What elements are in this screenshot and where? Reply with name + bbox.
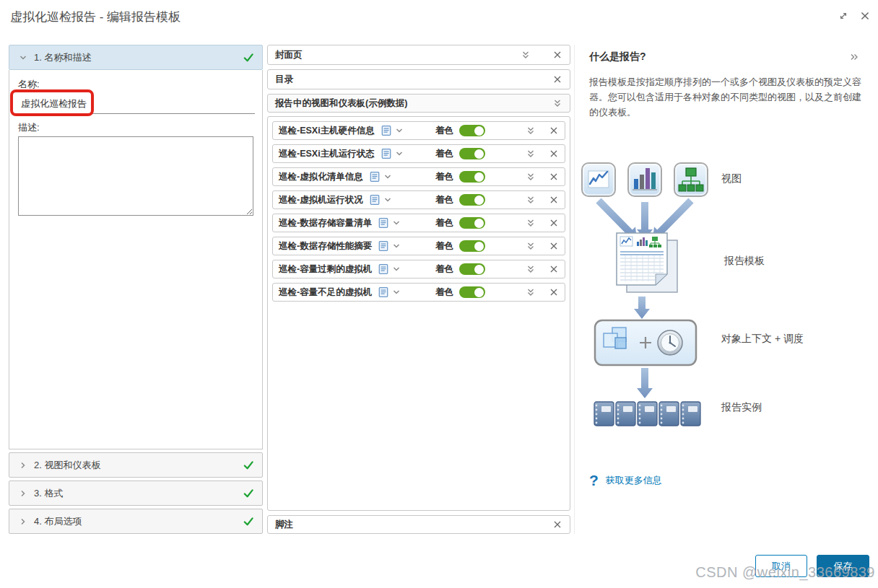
color-toggle-on[interactable] <box>459 148 485 159</box>
remove-view-icon[interactable] <box>549 126 559 136</box>
bar-chart-view-icon <box>628 163 661 196</box>
chevron-down-icon[interactable] <box>394 149 404 159</box>
section-label: 3. 格式 <box>34 487 63 500</box>
expand-double-chevron-icon[interactable] <box>526 149 536 159</box>
section-label: 2. 视图和仪表板 <box>34 459 100 472</box>
expand-double-chevron-icon[interactable] <box>526 172 536 182</box>
accordion-section-layout-options[interactable]: 4. 布局选项 <box>9 509 263 534</box>
expand-double-chevron-icon[interactable] <box>526 264 536 274</box>
remove-toc-icon[interactable] <box>552 74 562 84</box>
expand-double-chevron-icon[interactable] <box>552 98 562 108</box>
color-toggle-on[interactable] <box>459 125 485 136</box>
accordion-section-views-dashboards[interactable]: 2. 视图和仪表板 <box>9 452 263 478</box>
views-diagram-label: 视图 <box>721 172 742 185</box>
view-item-label: 巡检-ESXi主机运行状态 <box>279 148 375 160</box>
remove-view-icon[interactable] <box>549 264 559 274</box>
view-item-row: 巡检-ESXi主机运行状态 着色 <box>272 144 565 163</box>
color-toggle-on[interactable] <box>459 263 485 275</box>
document-icon[interactable] <box>378 240 389 252</box>
cover-page-label: 封面页 <box>275 49 303 61</box>
help-panel: 什么是报告? 报告模板是按指定顺序排列的一个或多个视图及仪表板的预定义容器。您可… <box>574 45 872 534</box>
expand-double-chevron-icon[interactable] <box>526 241 536 251</box>
expand-double-chevron-icon[interactable] <box>526 126 536 136</box>
footnote-label: 脚注 <box>275 519 293 531</box>
name-input[interactable] <box>18 94 255 114</box>
edit-report-template-dialog: 虚拟化巡检报告 - 编辑报告模板 1. 名称和描述 名称: 描述: 2. 视图和… <box>0 0 878 588</box>
expand-dialog-icon[interactable] <box>838 10 849 22</box>
chevron-down-icon[interactable] <box>391 218 401 228</box>
toc-label: 目录 <box>275 74 293 86</box>
cancel-button[interactable]: 取消 <box>755 555 807 577</box>
description-label: 描述: <box>18 121 253 134</box>
document-icon[interactable] <box>378 217 389 229</box>
more-info-link[interactable]: ? 获取更多信息 <box>589 472 662 489</box>
view-item-row: 巡检-容量过剩的虚拟机 着色 <box>272 260 565 278</box>
chevron-down-icon[interactable] <box>391 287 401 297</box>
toc-row: 目录 <box>267 69 570 89</box>
color-toggle-on[interactable] <box>459 286 485 298</box>
help-description: 报告模板是按指定顺序排列的一个或多个视图及仪表板的预定义容器。您可以包含适用于各… <box>589 75 866 120</box>
section-label: 1. 名称和描述 <box>34 51 91 64</box>
check-icon <box>243 488 253 499</box>
views-list-container: 巡检-ESXi主机硬件信息 着色 巡检-ESXi主机运行状态 着色 <box>267 116 570 511</box>
chevron-down-icon[interactable] <box>391 264 401 274</box>
color-toggle-label: 着色 <box>435 171 453 183</box>
view-item-label: 巡检-数据存储性能摘要 <box>279 240 372 253</box>
color-toggle-label: 着色 <box>435 217 453 229</box>
views-group-header[interactable]: 报告中的视图和仪表板(示例数据) <box>267 94 570 113</box>
expand-double-chevron-icon[interactable] <box>521 50 531 60</box>
expand-double-chevron-icon[interactable] <box>526 195 536 205</box>
remove-view-icon[interactable] <box>549 195 559 205</box>
context-schedule-diagram-label: 对象上下文 + 调度 <box>721 333 804 346</box>
view-item-row: 巡检-ESXi主机硬件信息 着色 <box>272 121 565 140</box>
color-toggle-on[interactable] <box>459 194 485 206</box>
view-item-row: 巡检-虚拟化清单信息 着色 <box>272 167 565 186</box>
report-concept-diagram: 视图 报告模板 对象上下文 + 调度 报告实例 ? 获取更多信息 <box>575 139 872 534</box>
expand-double-chevron-icon[interactable] <box>526 218 536 228</box>
chevron-right-icon <box>18 488 28 499</box>
color-toggle-label: 着色 <box>435 194 453 206</box>
color-toggle-on[interactable] <box>459 240 485 252</box>
view-item-row: 巡检-容量不足的虚拟机 着色 <box>272 283 565 302</box>
report-structure-panel: 封面页 目录 报告中的视图和仪表板(示例数据) 巡检-ESXi主机硬件信息 着色 <box>267 45 570 534</box>
document-icon[interactable] <box>378 263 389 275</box>
color-toggle-label: 着色 <box>435 263 453 276</box>
report-instances-icons <box>594 402 700 426</box>
document-icon[interactable] <box>369 194 381 206</box>
chevron-down-icon <box>18 53 28 63</box>
cover-page-row[interactable]: 封面页 <box>267 45 570 65</box>
remove-view-icon[interactable] <box>549 218 559 228</box>
instances-diagram-label: 报告实例 <box>721 401 762 414</box>
view-item-label: 巡检-ESXi主机硬件信息 <box>279 125 375 137</box>
view-item-label: 巡检-容量不足的虚拟机 <box>279 286 372 299</box>
remove-cover-page-icon[interactable] <box>552 50 562 60</box>
remove-view-icon[interactable] <box>549 287 559 297</box>
remove-view-icon[interactable] <box>549 149 559 159</box>
accordion-section-format[interactable]: 3. 格式 <box>9 481 263 506</box>
view-item-label: 巡检-虚拟机运行状况 <box>279 194 363 206</box>
chevron-right-icon <box>18 517 28 527</box>
description-textarea[interactable] <box>18 136 253 216</box>
collapse-help-double-chevron-icon[interactable] <box>849 52 859 62</box>
color-toggle-on[interactable] <box>459 217 485 229</box>
remove-view-icon[interactable] <box>549 172 559 182</box>
document-icon[interactable] <box>381 125 392 136</box>
chevron-down-icon[interactable] <box>391 241 401 251</box>
expand-double-chevron-icon[interactable] <box>526 287 536 297</box>
save-button[interactable]: 保存 <box>817 555 869 577</box>
close-dialog-icon[interactable] <box>859 10 871 22</box>
chevron-down-icon[interactable] <box>383 195 393 205</box>
document-icon[interactable] <box>378 286 389 298</box>
color-toggle-label: 着色 <box>435 240 453 253</box>
footnote-row: 脚注 <box>267 515 570 534</box>
chevron-down-icon[interactable] <box>394 126 404 136</box>
color-toggle-label: 着色 <box>435 125 453 137</box>
color-toggle-on[interactable] <box>459 171 485 183</box>
document-icon[interactable] <box>381 148 392 159</box>
chevron-down-icon[interactable] <box>383 172 393 182</box>
accordion-section-name-description[interactable]: 1. 名称和描述 <box>9 45 263 70</box>
document-icon[interactable] <box>369 171 381 183</box>
chevron-right-icon <box>18 460 28 470</box>
remove-footnote-icon[interactable] <box>552 519 562 530</box>
remove-view-icon[interactable] <box>549 241 559 251</box>
